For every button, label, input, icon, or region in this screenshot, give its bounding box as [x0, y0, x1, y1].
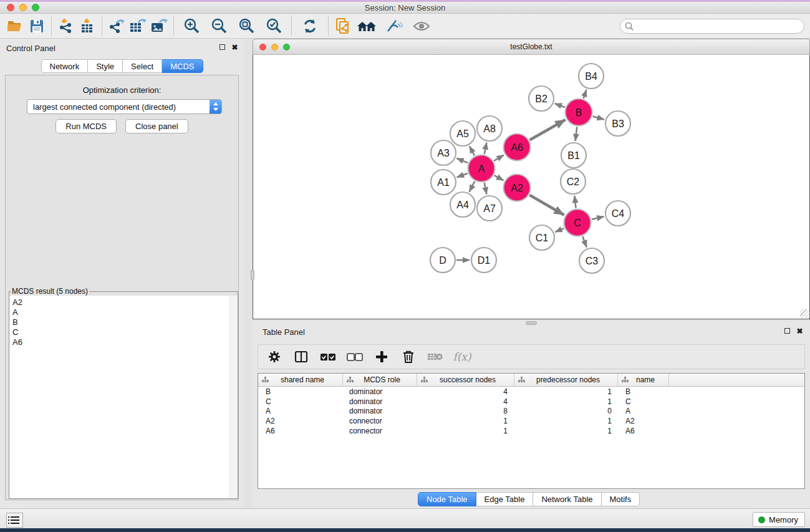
table-settings-icon[interactable] — [264, 346, 285, 367]
network-titlebar: testGlobe.txt — [253, 39, 810, 55]
hide-graphics-details-icon[interactable] — [383, 16, 405, 37]
column-header-name[interactable]: name — [618, 374, 669, 386]
close-panel-button[interactable]: Close panel — [125, 119, 188, 133]
export-table-icon[interactable] — [127, 16, 148, 37]
import-network-icon[interactable] — [55, 16, 77, 37]
table-cell — [669, 426, 804, 436]
graph-edge-A-A4[interactable] — [470, 181, 475, 192]
network-minimize-button[interactable] — [271, 44, 278, 51]
table-row[interactable]: Adominator80A — [258, 406, 804, 416]
network-close-button[interactable] — [259, 44, 266, 51]
column-layout-icon[interactable] — [291, 346, 312, 367]
graph-edge-A-A1[interactable] — [457, 173, 468, 177]
table-row[interactable]: A2connector11A2 — [258, 416, 804, 426]
table-cell: B — [258, 387, 343, 397]
mcds-result-item[interactable]: A2 — [9, 297, 238, 307]
graph-edge-A2-C[interactable] — [529, 195, 564, 215]
mcds-result-item[interactable]: B — [9, 317, 238, 327]
run-mcds-button[interactable]: Run MCDS — [55, 119, 117, 133]
graph-edge-C-C4[interactable] — [592, 216, 604, 220]
save-session-icon[interactable] — [26, 16, 47, 37]
criterion-select[interactable]: largest connected component (directed) — [27, 99, 222, 114]
column-header-shared-name[interactable]: shared name — [258, 374, 343, 386]
tab-select[interactable]: Select — [123, 59, 162, 73]
column-header-successor-nodes[interactable]: successor nodes — [417, 374, 514, 386]
open-session-icon[interactable] — [5, 16, 26, 37]
panel-divider-grip-icon[interactable] — [526, 321, 537, 325]
table-cell — [669, 406, 804, 416]
memory-button[interactable]: Memory — [753, 512, 805, 527]
graph-edge-C-C3[interactable] — [582, 236, 587, 247]
tab-motifs[interactable]: Motifs — [602, 492, 640, 506]
table-row[interactable]: Cdominator41C — [258, 397, 804, 407]
task-history-icon[interactable] — [6, 513, 23, 528]
delete-table-icon[interactable] — [425, 346, 446, 367]
network-canvas[interactable]: B4B2BB3A8A5A6A3B1AC2A1A2A4A7C4CC1C3DD1 — [253, 55, 810, 319]
table-row[interactable]: Bdominator41B — [258, 387, 804, 397]
graph-edge-C-C1[interactable] — [555, 228, 564, 232]
table-row[interactable]: A6connector11A6 — [258, 426, 804, 436]
column-header-MCDS-role[interactable]: MCDS role — [343, 374, 417, 386]
select-all-columns-icon[interactable] — [317, 346, 339, 367]
zoom-fit-icon[interactable] — [236, 16, 257, 37]
tab-network[interactable]: Network — [41, 59, 88, 73]
graph-edge-B-B4[interactable] — [584, 90, 587, 99]
tab-edge-table[interactable]: Edge Table — [476, 492, 534, 506]
tab-mcds[interactable]: MCDS — [162, 59, 203, 73]
network-zoom-button[interactable] — [283, 44, 290, 51]
graph-edge-A-A6[interactable] — [494, 155, 504, 161]
graph-edge-A-A2[interactable] — [494, 175, 504, 180]
close-window-button[interactable] — [7, 4, 14, 11]
float-table-panel-icon[interactable] — [783, 327, 791, 335]
export-network-icon[interactable] — [106, 16, 127, 37]
column-header-predecessor-nodes[interactable]: predecessor nodes — [514, 374, 618, 386]
result-scrollbar[interactable] — [229, 296, 238, 498]
graph-node-label: A3 — [437, 148, 450, 158]
graph-edge-A-A3[interactable] — [456, 158, 468, 163]
new-session-from-network-icon[interactable] — [332, 16, 354, 37]
graph-edge-B-B3[interactable] — [593, 116, 604, 119]
column-type-icon — [421, 377, 428, 383]
function-builder-icon[interactable]: f(x) — [451, 346, 473, 367]
search-input[interactable] — [620, 19, 804, 34]
graph-edge-C-C2[interactable] — [574, 196, 576, 208]
mcds-result-list: A2ABCA6 — [9, 296, 238, 498]
deselect-all-columns-icon[interactable] — [344, 346, 365, 367]
resize-grip-icon[interactable] — [800, 309, 809, 318]
node-table: shared nameMCDS rolesuccessor nodesprede… — [258, 373, 805, 489]
traffic-lights — [7, 4, 39, 11]
import-table-icon[interactable] — [77, 16, 98, 37]
graph-edge-A-A8[interactable] — [485, 143, 487, 154]
tab-network-table[interactable]: Network Table — [533, 492, 601, 506]
mcds-result-item[interactable]: A — [9, 307, 238, 317]
graph-edge-A6-B[interactable] — [529, 120, 565, 140]
table-cell: 4 — [417, 387, 514, 397]
mcds-result-item[interactable]: C — [9, 327, 238, 337]
zoom-window-button[interactable] — [32, 4, 39, 11]
divider-grip-icon[interactable] — [251, 270, 254, 280]
add-column-icon[interactable] — [371, 346, 392, 367]
graph-edge-B-B1[interactable] — [576, 127, 577, 141]
tab-style[interactable]: Style — [88, 59, 123, 73]
delete-column-trash-icon[interactable] — [398, 346, 419, 367]
tab-node-table[interactable]: Node Table — [418, 492, 476, 506]
zoom-out-icon[interactable] — [208, 16, 229, 37]
zoom-in-icon[interactable] — [181, 16, 202, 37]
table-cell: 1 — [417, 426, 514, 436]
minimize-window-button[interactable] — [19, 4, 27, 11]
table-cell: 1 — [514, 416, 618, 426]
table-cell: A2 — [618, 416, 669, 426]
node-table-header: shared nameMCDS rolesuccessor nodesprede… — [258, 374, 804, 387]
graph-edge-B-B2[interactable] — [555, 104, 565, 107]
close-panel-icon[interactable]: ✖ — [231, 43, 239, 51]
home-icon[interactable] — [356, 16, 377, 37]
float-panel-icon[interactable] — [218, 43, 226, 51]
refresh-icon[interactable] — [299, 16, 321, 37]
export-image-icon[interactable] — [148, 16, 170, 37]
zoom-selected-icon[interactable] — [263, 16, 284, 37]
close-table-panel-icon[interactable]: ✖ — [796, 327, 804, 335]
mcds-result-item[interactable]: A6 — [9, 337, 238, 347]
graph-edge-A-A7[interactable] — [485, 183, 487, 194]
graph-edge-A-A5[interactable] — [470, 146, 475, 155]
show-view-eye-icon[interactable] — [411, 16, 432, 37]
